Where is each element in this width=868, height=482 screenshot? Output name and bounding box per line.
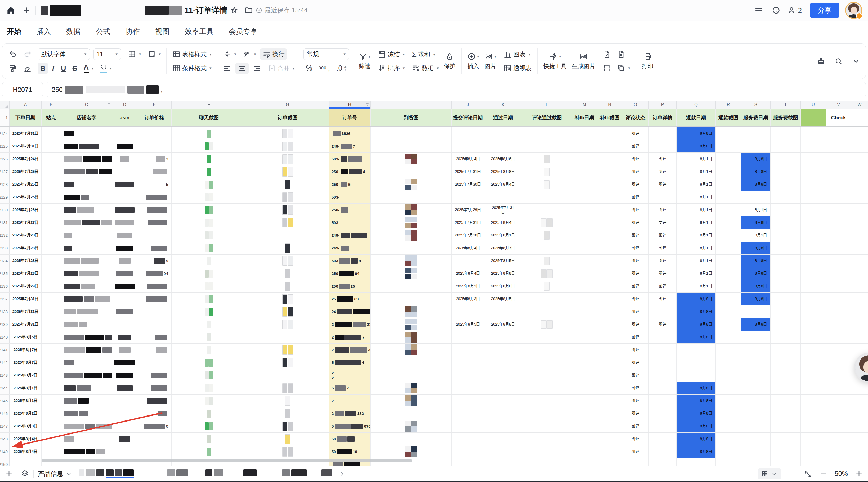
cell-G2143[interactable] <box>246 369 329 381</box>
cell-Q2142[interactable] <box>677 356 716 369</box>
cell-Q2141[interactable] <box>677 344 716 356</box>
cell-B2136[interactable] <box>41 280 61 292</box>
cell-P2145[interactable] <box>649 395 677 407</box>
row-header-1[interactable]: 1 <box>0 109 9 126</box>
cell-W2139[interactable] <box>851 318 868 331</box>
cell-O2148[interactable]: 图评 <box>622 433 649 445</box>
cell-T2141[interactable] <box>771 344 801 356</box>
cell-P2139[interactable]: 图评 <box>649 318 677 331</box>
cell-G2130[interactable] <box>246 204 329 216</box>
cell-M2129[interactable] <box>572 191 597 203</box>
cell-O2139[interactable]: 图评 <box>622 318 649 331</box>
cell-S2135[interactable]: 8月8日 <box>741 267 771 280</box>
cell-L2140[interactable] <box>522 331 572 343</box>
cell-T2133[interactable] <box>771 242 801 254</box>
cell-O2134[interactable]: 图评 <box>622 255 649 267</box>
cell-J2136[interactable]: 2025年8月3日 <box>452 280 484 292</box>
cell-E2136[interactable] <box>137 280 172 292</box>
chart-button[interactable]: 图表▾ <box>501 49 534 60</box>
cell-N2145[interactable] <box>597 395 622 407</box>
cell-A2146[interactable]: 2025年8月2日 <box>9 407 41 420</box>
cell-S2147[interactable] <box>741 420 771 432</box>
row-header-2135[interactable]: 2135 <box>0 267 9 280</box>
doc-check-button[interactable] <box>600 49 613 60</box>
cell-M2136[interactable] <box>572 280 597 292</box>
cell-J2147[interactable] <box>452 420 484 432</box>
cell-H2143[interactable]: 22 <box>329 369 371 381</box>
cell-L2130[interactable] <box>522 204 572 216</box>
menu-tab-插入[interactable]: 插入 <box>36 27 51 36</box>
cell-F2130[interactable] <box>172 204 246 216</box>
header-cell-Q[interactable]: 返款日期 <box>677 109 716 126</box>
cell-D2145[interactable] <box>112 395 137 407</box>
cell-F2149[interactable] <box>172 446 246 458</box>
row-header-2134[interactable]: 2134 <box>0 255 9 267</box>
cell-T2145[interactable] <box>771 395 801 407</box>
cell-O2130[interactable]: 图评 <box>622 204 649 216</box>
row-header-2140[interactable]: 2140 <box>0 331 9 343</box>
cell-F2145[interactable] <box>172 395 246 407</box>
cell-T2137[interactable] <box>771 293 801 305</box>
cell-O2125[interactable]: 图评 <box>622 140 649 152</box>
cell-C2149[interactable] <box>61 446 112 458</box>
cell-O2127[interactable]: 图评 <box>622 165 649 178</box>
cell-C2134[interactable] <box>61 255 112 267</box>
zoom-in-icon[interactable] <box>855 470 863 478</box>
cell-A2142[interactable]: 2025年8月7日 <box>9 356 41 369</box>
cell-G2137[interactable] <box>246 293 329 305</box>
cell-O2126[interactable]: 图评 <box>622 153 649 165</box>
cell-I2125[interactable] <box>371 140 452 152</box>
cell-G2138[interactable] <box>246 306 329 318</box>
cell-G2132[interactable] <box>246 229 329 242</box>
cell-P2149[interactable] <box>649 446 677 458</box>
cell-K2142[interactable] <box>484 356 522 369</box>
cell-C2132[interactable] <box>61 229 112 242</box>
cell-L2124[interactable] <box>522 127 572 140</box>
cell-D2125[interactable] <box>112 140 137 152</box>
cell-S2145[interactable] <box>741 395 771 407</box>
cell-N2129[interactable] <box>597 191 622 203</box>
data-validation-button[interactable]: 数据▾ <box>409 62 441 74</box>
align-right-button[interactable] <box>250 63 264 74</box>
cell-T2128[interactable] <box>771 178 801 191</box>
header-cell-F[interactable]: 聊天截图 <box>172 109 246 126</box>
cell-K2146[interactable] <box>484 407 522 420</box>
cell-R2127[interactable] <box>716 165 741 178</box>
cell-E2148[interactable] <box>137 433 172 445</box>
cell-A2144[interactable]: 2025年8月1日 <box>9 382 41 394</box>
cell-V2124[interactable] <box>826 127 851 140</box>
cell-K2131[interactable]: 2025年8月4日 <box>484 216 522 229</box>
cell-U2134[interactable] <box>801 255 826 267</box>
strikethrough-button[interactable]: S <box>70 63 80 74</box>
menu-tab-开始[interactable]: 开始 <box>7 27 21 36</box>
column-header-F[interactable]: F <box>172 101 246 109</box>
cell-R2134[interactable] <box>716 255 741 267</box>
cell-U2136[interactable] <box>801 280 826 292</box>
cell-R2139[interactable] <box>716 318 741 331</box>
cell-K2147[interactable] <box>484 420 522 432</box>
cell-G2127[interactable] <box>246 165 329 178</box>
cell-A2143[interactable]: 2025年8月7日 <box>9 369 41 381</box>
cell-G2147[interactable] <box>246 420 329 432</box>
cell-E2143[interactable] <box>137 369 172 381</box>
cell-V2129[interactable] <box>826 191 851 203</box>
cell-V2135[interactable] <box>826 267 851 280</box>
cell-J2146[interactable] <box>452 407 484 420</box>
cell-F2135[interactable] <box>172 267 246 280</box>
row-header-2143[interactable]: 2143 <box>0 369 9 381</box>
cell-Q2132[interactable]: 8月1日 <box>677 229 716 242</box>
cell-L2141[interactable] <box>522 344 572 356</box>
cell-G2145[interactable] <box>246 395 329 407</box>
cell-U2149[interactable] <box>801 446 826 458</box>
cell-S2125[interactable] <box>741 140 771 152</box>
column-header-D[interactable]: D <box>112 101 137 109</box>
cell-O2143[interactable]: 图评 <box>622 369 649 381</box>
header-cell-K[interactable]: 通过日期 <box>484 109 522 126</box>
cell-D2148[interactable] <box>112 433 137 445</box>
cell-M2149[interactable] <box>572 446 597 458</box>
cell-A2140[interactable]: 2025年8月5日 <box>9 331 41 343</box>
cell-A2124[interactable]: 2025年7月31日 <box>9 127 41 140</box>
row-header-2133[interactable]: 2133 <box>0 242 9 254</box>
collaborators[interactable]: ·2 <box>787 6 802 15</box>
bold-button[interactable]: B <box>38 63 48 74</box>
